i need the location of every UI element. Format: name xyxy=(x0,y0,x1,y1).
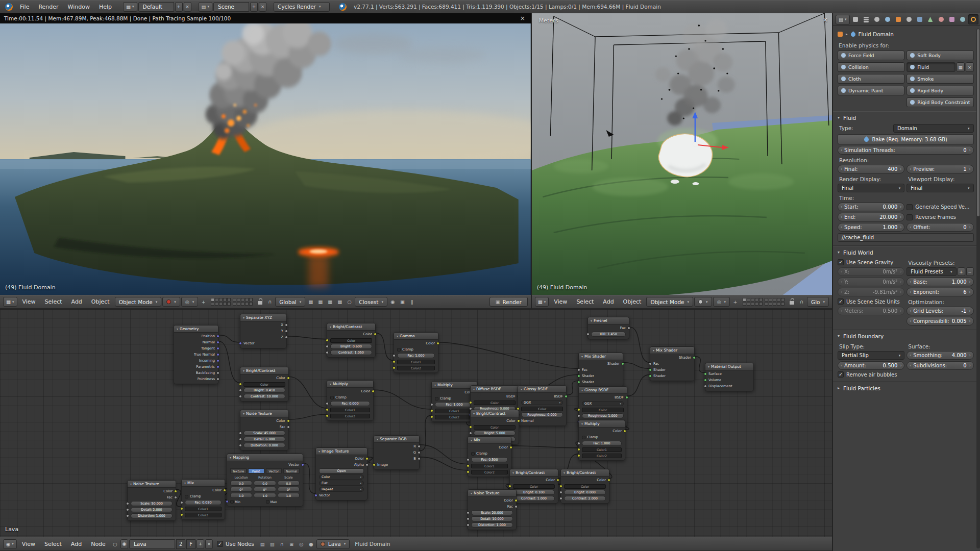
node-sep1[interactable]: ▾Separate XYZXYZVector xyxy=(240,314,287,348)
input-socket[interactable] xyxy=(393,366,396,369)
node-glo1[interactable]: ▾Glossy BSDFBSDFGGX▾ColorRoughness: 0.00… xyxy=(518,385,567,426)
node-srgb[interactable]: ▾Separate RGBRGBImage xyxy=(374,435,420,470)
input-socket[interactable] xyxy=(586,333,590,336)
layers-widget[interactable] xyxy=(211,298,253,306)
lock-icon-2[interactable] xyxy=(788,297,796,306)
snap-element-icon[interactable]: ▦ xyxy=(306,297,315,306)
render-button[interactable]: ▣Render xyxy=(489,297,528,307)
time-start-field[interactable]: ‹Start:0.000› xyxy=(838,203,904,211)
compressibility-field[interactable]: ‹Compressibili:0.005› xyxy=(906,317,973,325)
node-ms1[interactable]: ▾Mix ShaderShaderFacShaderShader xyxy=(578,353,623,387)
editor-type-button-3[interactable]: ◉▾ xyxy=(3,539,17,549)
layers-widget-2[interactable] xyxy=(743,298,785,306)
pivot-menu-2[interactable]: ◎▾ xyxy=(713,297,730,307)
input-socket[interactable] xyxy=(649,374,652,378)
input-socket[interactable] xyxy=(649,368,652,371)
rigid-body-constraint-button[interactable]: Rigid Body Constraint xyxy=(906,97,973,107)
editor-type-button-2[interactable]: ▦▾ xyxy=(535,297,549,307)
input-socket[interactable] xyxy=(326,339,329,342)
input-socket[interactable] xyxy=(649,362,652,365)
material-slot-menu[interactable]: Lava▾ xyxy=(316,539,350,549)
node-noise1[interactable]: ▾Noise TextureColorFacScale: 45.000Detai… xyxy=(240,410,289,450)
object-context-icon[interactable] xyxy=(838,32,843,37)
output-socket[interactable] xyxy=(565,395,568,398)
input-socket[interactable] xyxy=(126,514,129,517)
orientation-menu-2[interactable]: Glo▾ xyxy=(807,297,829,307)
node-fres[interactable]: ▾FresnelFacIOR: 1.450 xyxy=(587,317,629,339)
preview-resolution-field[interactable]: ‹Preview:1› xyxy=(906,165,973,173)
viewport-3d[interactable]: Meters × (49) Fluid Domain xyxy=(532,13,832,295)
orientation-menu[interactable]: Global▾ xyxy=(275,297,305,307)
gravity-x-field[interactable]: ‹X:0m/s²› xyxy=(838,267,904,276)
blender-brand-icon[interactable] xyxy=(339,3,347,11)
render-result-icon[interactable]: ◎ xyxy=(297,540,306,548)
input-socket[interactable] xyxy=(577,374,580,378)
pin-icon[interactable]: ○ xyxy=(111,540,119,548)
grid-levels-field[interactable]: ‹Grid Levels:-1› xyxy=(906,307,973,315)
input-socket[interactable] xyxy=(239,383,242,386)
lock-icon[interactable] xyxy=(256,297,264,306)
smoke-button[interactable]: Smoke xyxy=(906,74,973,84)
node-noise2[interactable]: ▾Noise TextureColorFacScale: 50.000Detai… xyxy=(127,480,176,521)
screen-layout-field[interactable]: Default xyxy=(138,2,174,12)
menu-add-2[interactable]: Add xyxy=(599,298,618,305)
input-socket[interactable] xyxy=(577,448,580,451)
new-material-button[interactable]: + xyxy=(197,539,204,549)
output-socket[interactable] xyxy=(514,499,518,502)
node-out[interactable]: ▾Material OutputSurfaceVolumeDisplacemen… xyxy=(705,363,754,391)
output-socket[interactable] xyxy=(287,425,290,429)
node-mult3[interactable]: ▾MultiplyColorClampFac: 1.000Color1Color… xyxy=(578,420,625,461)
pivot-menu[interactable]: ◎▾ xyxy=(181,297,198,307)
opengl-render-icon[interactable]: ▣ xyxy=(398,297,407,306)
output-socket[interactable] xyxy=(287,377,290,380)
gravity-z-field[interactable]: ‹Z:-9.81m/s²› xyxy=(838,288,904,296)
input-socket[interactable] xyxy=(577,414,580,417)
output-socket[interactable] xyxy=(693,356,696,359)
editor-type-button[interactable]: ▦▾ xyxy=(3,297,17,307)
input-socket[interactable] xyxy=(326,414,329,417)
menu-view-2[interactable]: View xyxy=(550,298,571,305)
menu-object[interactable]: Object xyxy=(87,298,114,305)
output-socket[interactable] xyxy=(372,390,375,393)
snap-element-icon-4[interactable]: ▦ xyxy=(335,297,344,306)
reverse-frames-checkbox[interactable]: Reverse Frames xyxy=(906,213,973,221)
menu-select-3[interactable]: Select xyxy=(40,541,66,547)
final-resolution-field[interactable]: ‹Final:400› xyxy=(838,165,904,173)
fluid-panel[interactable]: ▾Fluid xyxy=(838,113,974,122)
input-socket[interactable] xyxy=(393,354,396,357)
slip-type-menu[interactable]: Partial Slip▾ xyxy=(838,351,904,360)
output-socket[interactable] xyxy=(216,335,219,338)
menu-window[interactable]: Window xyxy=(64,4,94,10)
meters-field[interactable]: ‹Meters:0.500› xyxy=(838,307,904,315)
add-scene-button[interactable]: + xyxy=(250,2,258,12)
input-socket[interactable] xyxy=(559,485,562,488)
menu-select-2[interactable]: Select xyxy=(572,298,598,305)
input-socket[interactable] xyxy=(469,425,472,429)
generate-speed-vectors-checkbox[interactable]: Generate Speed Ve... xyxy=(906,203,973,211)
input-socket[interactable] xyxy=(559,491,562,494)
input-socket[interactable] xyxy=(467,517,470,520)
node-itex[interactable]: ▾Image TextureColorAlphaOpenColor▾Flat▾R… xyxy=(315,447,368,500)
output-socket[interactable] xyxy=(216,365,219,368)
menu-view-3[interactable]: View xyxy=(18,541,39,547)
properties-scrollbar[interactable] xyxy=(976,29,980,548)
output-socket[interactable] xyxy=(216,347,219,350)
viewport-display-menu[interactable]: Final▾ xyxy=(906,184,973,192)
texture-tab[interactable] xyxy=(947,14,957,24)
collision-button[interactable]: Collision xyxy=(838,62,904,72)
pause-icon[interactable]: ‖ xyxy=(408,297,416,306)
input-socket[interactable] xyxy=(704,385,707,388)
object-tab[interactable] xyxy=(893,14,903,24)
particles-tab[interactable] xyxy=(958,14,968,24)
node-mix1[interactable]: ▾MixColorClampFac: 0.500Color1Color2 xyxy=(468,436,511,477)
output-socket[interactable] xyxy=(607,479,610,482)
output-socket[interactable] xyxy=(216,341,219,344)
node-canvas[interactable]: Lava ▾GeometryPositionNormalTangentTrue … xyxy=(0,310,832,537)
node-mult1[interactable]: ▾MultiplyColorClampFac: 0.000Color1Color… xyxy=(327,380,374,421)
remove-air-bubbles-checkbox[interactable]: ✓Remove air bubbles xyxy=(838,371,974,378)
output-socket[interactable] xyxy=(418,451,421,454)
input-socket[interactable] xyxy=(239,438,242,441)
output-socket[interactable] xyxy=(365,463,369,466)
input-socket[interactable] xyxy=(239,432,242,435)
cache-path-field[interactable]: //cache_fluid xyxy=(838,233,974,242)
